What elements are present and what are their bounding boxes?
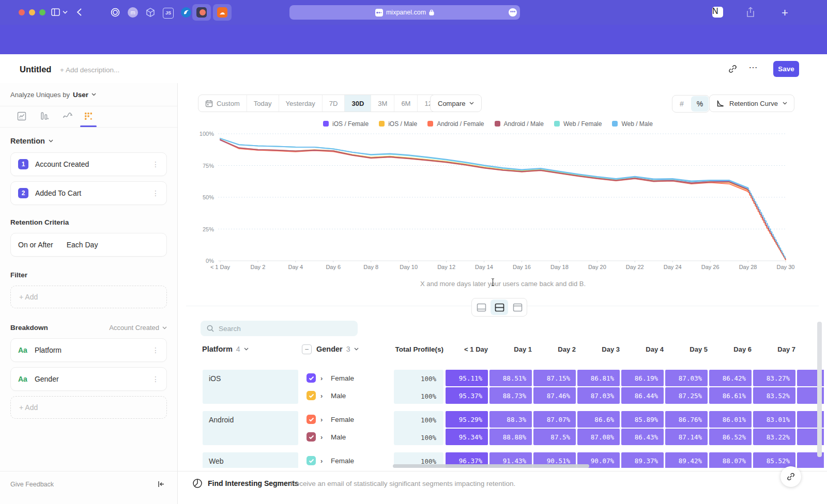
ext-icon-soundcloud[interactable]: ☁ [213, 4, 232, 21]
retention-section-label[interactable]: Retention [10, 137, 45, 145]
retention-value-cell[interactable]: 83.52% [753, 387, 795, 404]
retention-value-cell[interactable]: 88.3% [489, 411, 532, 428]
ext-icon-bird[interactable] [181, 7, 191, 18]
day-column-header[interactable]: Day 4 [621, 345, 664, 353]
window-zoom-button[interactable] [39, 9, 45, 15]
compare-button[interactable]: Compare [430, 94, 482, 112]
ext-icon-ring[interactable] [110, 7, 120, 18]
retention-value-cell[interactable]: 87.08% [577, 429, 620, 445]
report-title[interactable]: Untitled [20, 65, 51, 74]
retention-value-cell[interactable]: 88.88% [489, 429, 532, 445]
retention-value-cell[interactable]: 87.15% [533, 370, 576, 386]
table-search-input[interactable]: Search [201, 321, 358, 336]
unit-number-button[interactable]: # [673, 96, 691, 112]
retention-value-cell[interactable]: 83.27% [753, 370, 795, 386]
day-column-header[interactable]: Day 7 [753, 345, 795, 353]
retention-value-cell[interactable]: 86.42% [709, 370, 752, 386]
platform-column-header[interactable]: Platform 4 [202, 345, 249, 353]
retention-value-cell[interactable]: 86.61% [709, 387, 752, 404]
retention-value-cell[interactable]: 86.81% [577, 370, 620, 386]
retention-value-cell[interactable]: 87.03% [665, 370, 708, 386]
layout-split-button[interactable] [491, 300, 508, 315]
row-expand-chevron-icon[interactable]: › [320, 433, 323, 441]
unit-percent-button[interactable]: % [691, 96, 709, 112]
breakdown-add-button[interactable]: + Add [10, 396, 167, 419]
window-minimize-button[interactable] [29, 9, 35, 15]
retention-value-cell[interactable]: 85.89% [621, 411, 664, 428]
share-link-fab[interactable] [780, 466, 801, 487]
retention-line-chart[interactable]: 0%25%50%75%100%< 1 DayDay 2Day 4Day 6Day… [178, 127, 798, 277]
tab-funnels[interactable] [39, 111, 50, 121]
notion-extension-icon[interactable]: N [712, 7, 723, 18]
retention-value-cell[interactable]: 83.22% [753, 429, 795, 445]
retention-value-cell[interactable]: 88.51% [489, 370, 532, 386]
gender-checkbox-female[interactable] [307, 373, 316, 383]
date-range-3m[interactable]: 3M [371, 95, 394, 112]
retention-value-cell[interactable]: 86.6% [577, 411, 620, 428]
browser-back-icon[interactable] [76, 7, 82, 17]
tab-flows[interactable] [62, 111, 73, 121]
ext-icon-notebook[interactable] [192, 4, 211, 21]
criteria-interval[interactable]: Each Day [67, 241, 98, 249]
retention-step-1[interactable]: 1Account Created⋮ [10, 152, 167, 176]
retention-value-cell[interactable]: 86.44% [621, 387, 664, 404]
gender-select-all-checkbox[interactable]: – [302, 344, 312, 354]
analyze-value[interactable]: User [73, 91, 88, 99]
date-range-custom[interactable]: Custom [198, 95, 247, 112]
browser-sidebar-icon[interactable] [51, 7, 60, 17]
date-range-30d[interactable]: 30D [345, 95, 371, 112]
step-more-icon[interactable]: ⋮ [152, 189, 159, 197]
gender-checkbox-female[interactable] [307, 456, 316, 465]
retention-value-cell[interactable]: 86.76% [665, 411, 708, 428]
copy-link-icon[interactable] [728, 64, 738, 74]
retention-value-cell[interactable]: 87.25% [665, 387, 708, 404]
day-column-header[interactable]: Day 3 [577, 345, 620, 353]
day-column-header[interactable]: Day 6 [709, 345, 752, 353]
retention-value-cell[interactable]: 95.37% [446, 387, 488, 404]
row-expand-chevron-icon[interactable]: › [320, 392, 323, 400]
breakdown-event-selector[interactable]: Account Created [109, 324, 167, 332]
window-close-button[interactable] [19, 9, 25, 15]
breakdown-more-icon[interactable]: ⋮ [152, 375, 159, 383]
collapse-sidebar-icon[interactable] [157, 480, 165, 489]
layout-table-only-button[interactable] [509, 300, 526, 315]
row-expand-chevron-icon[interactable]: › [320, 374, 323, 382]
day-column-header[interactable]: Day 5 [665, 345, 708, 353]
retention-value-cell[interactable]: 89.37% [621, 452, 664, 468]
retention-value-cell[interactable]: 85.52% [753, 452, 795, 468]
breakdown-more-icon[interactable]: ⋮ [152, 346, 159, 354]
more-options-icon[interactable]: … [748, 60, 758, 71]
retention-value-cell[interactable]: 95.29% [446, 411, 488, 428]
horizontal-scrollbar[interactable] [393, 464, 589, 468]
criteria-operator[interactable]: On or After [18, 241, 53, 249]
gender-checkbox-male[interactable] [307, 432, 316, 442]
chart-type-selector[interactable]: Retention Curve [709, 94, 794, 112]
retention-value-cell[interactable]: 87.46% [533, 387, 576, 404]
retention-value-cell[interactable]: 88.73% [489, 387, 532, 404]
retention-value-cell[interactable]: 86.19% [621, 370, 664, 386]
day-column-header[interactable]: Day 2 [533, 345, 576, 353]
criteria-card[interactable]: On or After Each Day [10, 233, 167, 257]
new-tab-icon[interactable]: + [782, 6, 788, 20]
url-more-icon[interactable]: ••• [509, 8, 517, 17]
report-description-placeholder[interactable]: + Add description... [60, 66, 119, 74]
date-range-today[interactable]: Today [247, 95, 279, 112]
ext-icon-m-avatar[interactable]: m [128, 7, 138, 18]
retention-value-cell[interactable]: 86.52% [709, 429, 752, 445]
platform-cell[interactable]: Android [203, 411, 298, 445]
date-range-7d[interactable]: 7D [323, 95, 345, 112]
give-feedback-link[interactable]: Give Feedback [10, 481, 54, 488]
retention-value-cell[interactable]: 87.14% [665, 429, 708, 445]
retention-value-cell[interactable]: 86.01% [709, 411, 752, 428]
retention-value-cell[interactable]: 89.42% [665, 452, 708, 468]
vertical-scrollbar[interactable] [817, 322, 822, 457]
total-column-header[interactable]: Total Profile(s) [394, 345, 443, 353]
ext-icon-js[interactable]: JS [163, 8, 174, 19]
tab-insights[interactable] [17, 111, 27, 121]
date-range-yesterday[interactable]: Yesterday [279, 95, 323, 112]
platform-cell[interactable]: Web [203, 452, 298, 468]
breakdown-item-gender[interactable]: AaGender⋮ [10, 367, 167, 391]
retention-value-cell[interactable]: 87.03% [577, 387, 620, 404]
row-expand-chevron-icon[interactable]: › [320, 457, 323, 465]
ext-icon-cube[interactable] [145, 7, 156, 18]
